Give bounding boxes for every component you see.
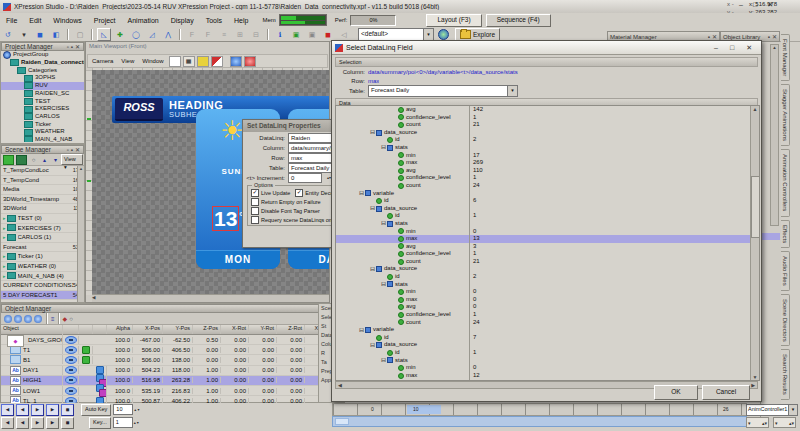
table-dropdown[interactable]: Forecast Daily ▾ — [368, 85, 518, 97]
tree-vscrollbar[interactable]: ▲▼ — [750, 106, 759, 380]
offline-icon[interactable] — [244, 56, 256, 67]
object-row-days_group[interactable]: ◆DAYS_GROUP100.0-467.00-62.500.500.000.0… — [1, 335, 331, 345]
add-group-icon[interactable] — [34, 315, 42, 323]
kern-icon[interactable]: ⊞ — [233, 28, 247, 41]
scene-row-main_4_nab-4-[interactable]: ▸MAIN_4_NAB (4) — [1, 272, 84, 282]
timeline-ruler[interactable]: 01026 — [332, 403, 747, 416]
transport-key-1[interactable]: ◀ — [16, 404, 29, 416]
spinner-arrows-icon[interactable]: ▴ ▾ — [134, 421, 139, 425]
project-tree-item-main_4_nab[interactable]: MAIN_4_NAB — [1, 136, 84, 142]
tree-row-confidence_level[interactable]: confidence_level1 — [336, 174, 750, 182]
object-library-scrollbar[interactable]: ▲ — [770, 44, 779, 226]
minimize-icon[interactable]: – — [708, 44, 724, 51]
edit-icon[interactable] — [197, 56, 209, 67]
tab-audio-files[interactable]: Audio Files — [781, 251, 790, 291]
menu-display[interactable]: Display — [165, 16, 200, 25]
scene-list-scrollbar[interactable]: ▲ — [77, 166, 84, 302]
project-tree-item-carlos[interactable]: CARLOS — [1, 113, 84, 121]
select-tool-icon[interactable]: ◺ — [97, 28, 111, 41]
lead-icon[interactable]: ⊟ — [249, 28, 263, 41]
link-icon[interactable]: ◆ — [63, 315, 68, 322]
tree-row-confidence_level[interactable]: confidence_level1 — [336, 114, 750, 122]
tree-row-confidence_level[interactable]: confidence_level1 — [336, 250, 750, 258]
tab-effects[interactable]: Effects — [781, 220, 790, 248]
close-icon[interactable]: ✕ — [740, 44, 758, 52]
spinner-arrows-icon[interactable]: ▴ ▾ — [134, 408, 139, 412]
scene-row-carlos-1-[interactable]: ▸CARLOS (1) — [1, 233, 84, 243]
transport-2[interactable]: ▶ — [31, 417, 44, 429]
tab-search-results[interactable]: Search Results — [781, 349, 790, 400]
menu-animation[interactable]: Animation — [122, 16, 165, 25]
auto-key-button[interactable]: Auto Key — [81, 404, 111, 416]
record-icon[interactable]: ◼ — [321, 28, 335, 41]
tab-font-manager[interactable]: Font Manager — [781, 34, 790, 81]
new-scene-icon[interactable] — [3, 155, 14, 165]
tab-stagger-animations[interactable]: Stagger Animations — [781, 84, 790, 146]
open-icon[interactable]: ↺ — [1, 28, 15, 41]
collapse-icon[interactable]: ⊟ — [369, 205, 376, 212]
project-tree-item-projectgroup[interactable]: ProjectGroup — [1, 51, 84, 59]
tree-row-avg[interactable]: avg142 — [336, 106, 750, 114]
spinner-left[interactable]: ▾▴▾ — [746, 417, 769, 428]
pin-icon[interactable]: ▪ — [708, 34, 710, 40]
eye-icon[interactable] — [65, 356, 77, 364]
preview-icon[interactable] — [211, 56, 223, 67]
collapse-icon[interactable]: ⊟ — [358, 327, 365, 334]
checkbox-return-empty-on-failure[interactable]: Return Empty on Failure — [251, 198, 321, 206]
tree-row-variable[interactable]: ⊟variable — [336, 190, 750, 198]
dock-icon[interactable]: ▫ — [67, 44, 69, 50]
eye-icon[interactable] — [65, 366, 77, 374]
tree-row-max[interactable]: max269 — [336, 159, 750, 167]
project-tree-item-raiden_data_connectivity[interactable]: Raiden_Data_connectivity — [1, 59, 84, 67]
close-icon[interactable]: ✕ — [772, 33, 777, 40]
project-tree-item-3ophs[interactable]: 3OPHS — [1, 74, 84, 82]
tree-row-confidence_level[interactable]: confidence_level1 — [336, 311, 750, 319]
key-value[interactable]: 1 — [113, 417, 133, 428]
tree-row-id[interactable]: id7 — [336, 334, 750, 342]
tree-row-stats[interactable]: ⊟stats — [336, 281, 750, 289]
tree-row-count[interactable]: count21 — [336, 258, 750, 266]
project-tree-item-raiden_sc[interactable]: RAIDEN_SC — [1, 90, 84, 98]
dialog-titlebar[interactable]: Select DataLinq Field – □ ✕ — [332, 41, 761, 55]
pin-icon[interactable]: ▪ — [768, 34, 770, 40]
collapse-icon[interactable]: ⊟ — [369, 129, 376, 136]
search-icon[interactable]: ○ — [69, 316, 73, 322]
transport-0[interactable]: ◀ — [1, 417, 14, 429]
move-tool-icon[interactable]: ✚ — [113, 28, 127, 41]
transport-key-2[interactable]: ▶ — [31, 404, 44, 416]
scene-row-weather-0-[interactable]: ▸WEATHER (0) — [1, 262, 84, 272]
move-up-icon[interactable]: ▴ — [40, 156, 49, 164]
save-icon[interactable]: ◼ — [33, 28, 47, 41]
collapse-icon[interactable]: ⊟ — [358, 190, 365, 197]
cancel-button[interactable]: Cancel — [702, 385, 750, 400]
checkbox-disable-font-tag-parser[interactable]: Disable Font Tag Parser — [251, 207, 320, 215]
menu-tools[interactable]: Tools — [200, 16, 228, 25]
column-value-link[interactable]: data/summary/poi<0>/day/variable<t>/data… — [368, 69, 518, 75]
tree-row-data_source[interactable]: ⊟data_source — [336, 205, 750, 213]
tree-row-avg[interactable]: avg110 — [336, 167, 750, 175]
viewport-menu-window[interactable]: Window — [138, 58, 167, 64]
project-tree-item-weather[interactable]: WEATHER — [1, 128, 84, 136]
tree-row-data_source[interactable]: ⊟data_source — [336, 265, 750, 273]
explore-button[interactable]: Explore — [455, 28, 500, 41]
menu-file[interactable]: File — [0, 16, 23, 25]
tree-row-min[interactable]: min0 — [336, 228, 750, 236]
info-icon[interactable]: ℹ — [273, 28, 287, 41]
eye-icon[interactable] — [65, 346, 77, 354]
add-text-icon[interactable] — [14, 315, 22, 323]
checkbox-icon[interactable]: ✓ — [251, 189, 259, 197]
eye-icon[interactable] — [65, 387, 77, 395]
list-view-icon[interactable]: ≡ — [51, 316, 55, 322]
viewport-menu-view[interactable]: View — [117, 58, 138, 64]
close-icon[interactable]: ✕ — [712, 33, 717, 40]
rotate-tool-icon[interactable]: ◯ — [129, 28, 143, 41]
move-down-icon[interactable]: ▾ — [51, 156, 60, 164]
tree-row-data_source[interactable]: ⊟data_source — [336, 341, 750, 349]
scene-row-ticker-1-[interactable]: ▸Ticker (1) — [1, 252, 84, 262]
scene-row-media[interactable]: Media106 — [1, 185, 84, 195]
take-offline-icon[interactable]: ▣ — [305, 28, 319, 41]
tree-row-data_source[interactable]: ⊟data_source — [336, 129, 750, 137]
menu-windows[interactable]: Windows — [47, 16, 87, 25]
tree-row-id[interactable]: id2 — [336, 136, 750, 144]
pin-icon[interactable]: ▪ — [71, 44, 73, 50]
